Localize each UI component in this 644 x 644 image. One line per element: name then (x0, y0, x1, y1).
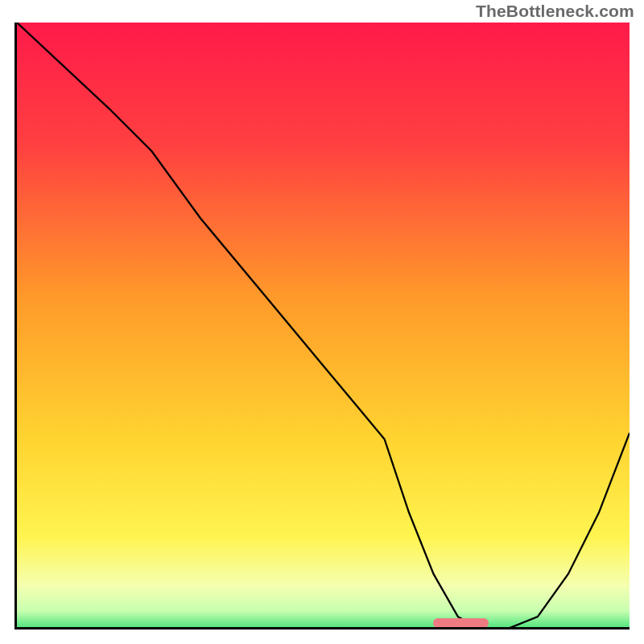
chart-area (14, 23, 630, 630)
chart-gradient-bg (17, 23, 630, 630)
optimum-marker (433, 618, 488, 628)
svg-rect-0 (17, 23, 630, 630)
watermark-label: TheBottleneck.com (476, 2, 634, 21)
